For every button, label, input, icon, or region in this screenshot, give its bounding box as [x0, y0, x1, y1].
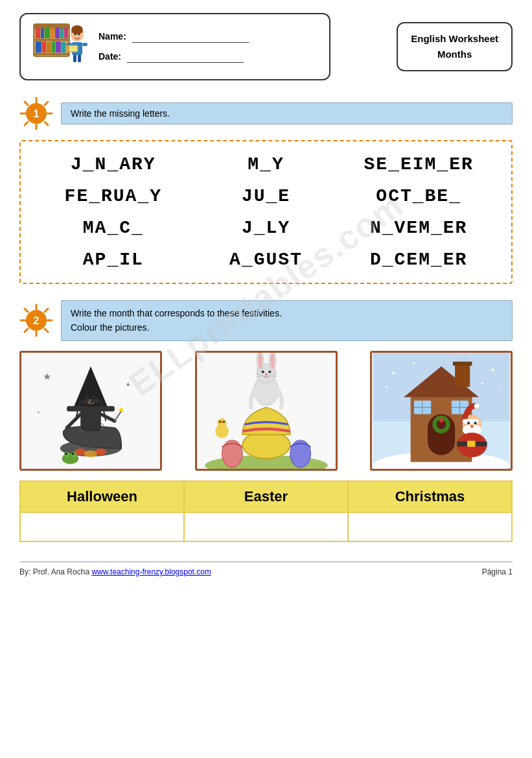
svg-rect-4	[36, 27, 40, 38]
svg-rect-15	[56, 41, 61, 53]
svg-rect-127	[453, 361, 472, 365]
festivals-table: HalloweenEasterChristmas	[19, 480, 513, 542]
svg-text:✦: ✦	[125, 380, 131, 388]
name-label: Name:	[98, 31, 126, 41]
name-line	[132, 30, 249, 43]
svg-point-83	[258, 353, 262, 369]
month-item: J_N_ARY	[40, 154, 187, 174]
svg-rect-9	[60, 29, 64, 38]
svg-point-53	[84, 450, 97, 457]
svg-rect-126	[455, 363, 470, 387]
svg-line-44	[25, 329, 28, 332]
header-left-box: Name: Date:	[19, 13, 330, 80]
svg-point-76	[242, 431, 290, 458]
svg-point-118	[474, 421, 477, 424]
svg-point-95	[218, 421, 220, 423]
month-item: SE_EIM_ER	[345, 154, 492, 174]
bookshelf-icon	[30, 21, 89, 73]
svg-point-60	[86, 396, 89, 398]
svg-rect-23	[82, 43, 87, 46]
footer-link[interactable]: www.teaching-frenzy.blogspot.com	[91, 567, 211, 576]
svg-point-85	[261, 370, 264, 373]
footer: By: Prof. Ana Rocha www.teaching-frenzy.…	[19, 562, 513, 576]
footer-page: Página 1	[482, 567, 513, 576]
svg-line-42	[45, 329, 48, 332]
month-item: D_CEM_ER	[345, 250, 492, 270]
svg-rect-2	[34, 39, 69, 41]
footer-author: By: Prof. Ana Rocha www.teaching-frenzy.…	[19, 567, 211, 576]
svg-point-122	[386, 386, 387, 388]
svg-line-32	[45, 122, 48, 125]
festival-answer[interactable]	[348, 512, 512, 541]
worksheet-title: English Worksheet Months	[397, 22, 513, 71]
svg-rect-5	[41, 29, 44, 38]
svg-rect-24	[69, 45, 78, 52]
festival-label-row: HalloweenEasterChristmas	[20, 481, 512, 512]
svg-point-18	[71, 25, 83, 34]
svg-point-87	[264, 373, 267, 375]
svg-point-86	[268, 370, 271, 373]
month-item: M_Y	[193, 154, 340, 174]
svg-rect-12	[42, 41, 46, 53]
festival-label: Easter	[184, 481, 348, 512]
month-item: A_GUST	[193, 250, 340, 270]
month-item: FE_RUA_Y	[40, 186, 187, 206]
svg-rect-7	[51, 28, 54, 38]
svg-rect-58	[67, 406, 115, 411]
svg-rect-116	[467, 441, 476, 447]
month-item: N_VEM_ER	[345, 218, 492, 238]
svg-rect-13	[47, 42, 51, 53]
svg-rect-11	[36, 41, 41, 53]
month-item: MA_C_	[40, 218, 187, 238]
header: Name: Date: English Worksheet Months	[19, 13, 513, 80]
svg-point-54	[95, 448, 106, 455]
festival-answer[interactable]	[184, 512, 348, 541]
festival-answer-row	[20, 512, 512, 541]
svg-point-70	[72, 453, 75, 455]
exercise1-box: J_N_ARYM_YSE_EIM_ERFE_RUA_YJU_EOCT_BE_MA…	[19, 140, 513, 284]
svg-point-61	[93, 396, 95, 398]
svg-line-41	[25, 309, 28, 312]
festival-label: Christmas	[348, 481, 512, 512]
svg-point-20	[78, 34, 80, 36]
svg-point-125	[498, 390, 500, 391]
svg-point-119	[470, 425, 474, 428]
svg-line-43	[45, 309, 48, 312]
svg-rect-3	[34, 53, 69, 55]
halloween-picture: ★ ✦ ✦	[19, 351, 162, 471]
pictures-row: ★ ✦ ✦	[19, 351, 513, 471]
svg-rect-26	[78, 54, 81, 62]
month-item: OCT_BE_	[345, 186, 492, 206]
easter-picture	[195, 351, 338, 471]
svg-point-84	[270, 353, 274, 369]
svg-rect-16	[62, 42, 65, 53]
name-date-fields: Name: Date:	[98, 30, 249, 63]
svg-rect-10	[64, 27, 68, 38]
section1-sun-badge: 1	[19, 97, 53, 130]
svg-rect-8	[55, 27, 60, 38]
svg-rect-6	[45, 27, 50, 38]
date-line	[127, 51, 244, 63]
svg-text:2: 2	[34, 315, 40, 326]
section1-header: 1 Write the missing letters.	[19, 97, 513, 130]
month-item: JU_E	[193, 186, 340, 206]
svg-rect-25	[73, 54, 76, 62]
section2-sun-badge: 2	[19, 303, 53, 337]
christmas-picture	[370, 351, 513, 471]
section1-instruction: Write the missing letters.	[61, 102, 513, 124]
section2-header: 2 Write the month that corresponds to th…	[19, 300, 513, 341]
svg-point-69	[65, 453, 67, 455]
svg-point-112	[474, 403, 480, 409]
festival-answer[interactable]	[20, 512, 184, 541]
svg-point-109	[439, 418, 443, 422]
month-item: AP_IL	[40, 250, 187, 270]
svg-point-121	[413, 362, 415, 364]
date-label: Date:	[98, 51, 121, 62]
svg-text:★: ★	[43, 372, 51, 382]
svg-text:✦: ✦	[36, 409, 41, 416]
svg-point-120	[392, 372, 395, 374]
svg-point-96	[223, 421, 225, 423]
svg-point-124	[481, 383, 483, 385]
svg-rect-14	[52, 41, 55, 53]
svg-point-123	[491, 368, 494, 371]
